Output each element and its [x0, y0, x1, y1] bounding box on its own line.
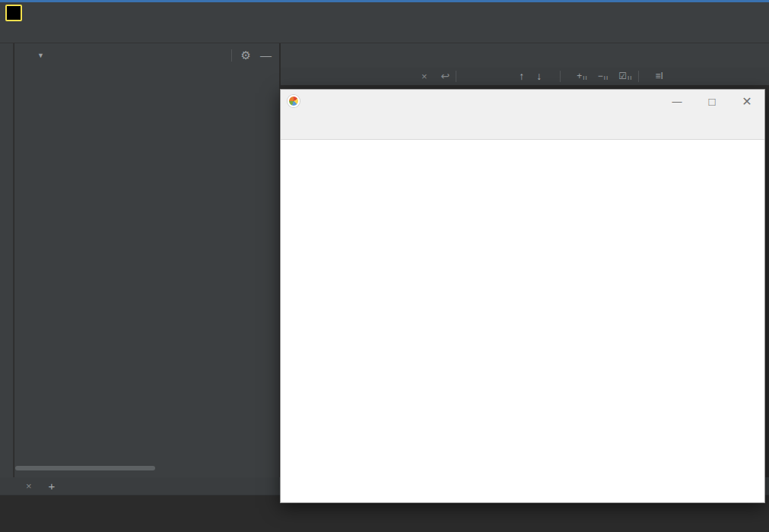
- search-history-icon[interactable]: ↩: [441, 70, 450, 82]
- next-occurrence-button[interactable]: ↓: [536, 70, 542, 82]
- hide-panel-button[interactable]: —: [260, 49, 272, 61]
- new-terminal-button[interactable]: +: [49, 480, 56, 492]
- figure-window-controls: — □ ✕: [659, 90, 764, 112]
- maximize-button[interactable]: □: [694, 90, 729, 112]
- figure-canvas: [281, 140, 764, 502]
- toolbar-divider: [231, 49, 232, 62]
- divider: [638, 71, 639, 82]
- tool-window-stripe: [0, 43, 14, 477]
- figure-titlebar[interactable]: — □ ✕: [281, 90, 764, 112]
- close-terminal-tab-icon[interactable]: ×: [26, 480, 32, 492]
- horizontal-scrollbar[interactable]: [15, 466, 155, 470]
- matplotlib-logo-icon: [288, 95, 300, 107]
- project-panel: ▼ ⚙ —: [14, 43, 280, 477]
- filter-lines-button[interactable]: ≡I: [655, 71, 663, 81]
- titlebar: [0, 2, 769, 23]
- minimize-button[interactable]: —: [659, 90, 694, 112]
- figure-toolbar: [281, 112, 764, 140]
- divider: [456, 71, 456, 82]
- find-bar: × ↩ ↑ ↓ +II −II ☑II ≡I: [281, 67, 769, 86]
- navigation-bar: [0, 23, 769, 43]
- project-tree: [14, 67, 279, 462]
- select-all-occurrences-button[interactable]: ☑II: [618, 71, 632, 81]
- previous-occurrence-button[interactable]: ↑: [519, 70, 524, 82]
- add-selection-button[interactable]: +II: [577, 71, 587, 81]
- accuracy-chart: [281, 140, 764, 502]
- editor-tabs: [281, 43, 769, 67]
- matplotlib-figure-window: — □ ✕: [280, 89, 765, 503]
- pycharm-window: ▼ ⚙ — × ↩ ↑ ↓ +II −II: [0, 0, 769, 532]
- close-button[interactable]: ✕: [729, 90, 764, 112]
- terminal-output: [8, 498, 47, 532]
- project-panel-toolbar: ⚙ —: [204, 43, 272, 67]
- divider: [560, 71, 561, 82]
- settings-gear-button[interactable]: ⚙: [241, 49, 251, 61]
- remove-selection-button[interactable]: −II: [598, 71, 609, 81]
- clear-search-icon[interactable]: ×: [421, 71, 427, 82]
- chevron-down-icon[interactable]: ▼: [37, 52, 44, 59]
- pycharm-logo-icon: [5, 5, 22, 21]
